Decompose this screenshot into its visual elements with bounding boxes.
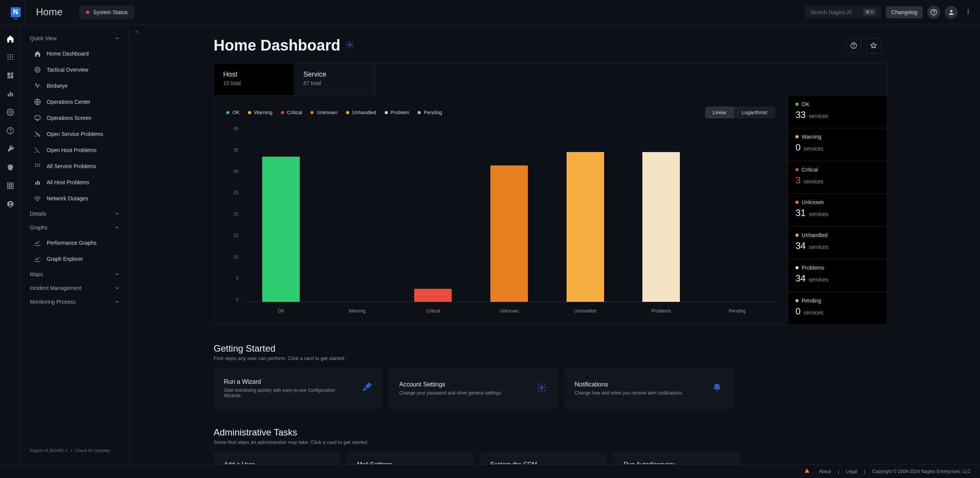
system-status-pill[interactable]: System Status xyxy=(79,5,134,19)
logo[interactable]: N xyxy=(6,0,25,24)
resize-arrow-icon[interactable] xyxy=(134,29,140,37)
legend-item[interactable]: Warning xyxy=(248,110,273,115)
dashboard-star-button[interactable] xyxy=(866,38,881,53)
search-input[interactable]: Search Nagios XI ⌘ K xyxy=(805,6,881,18)
footer-legal[interactable]: Legal xyxy=(846,469,857,474)
stat-card[interactable]: Unhandled34services xyxy=(788,227,887,259)
svg-point-3 xyxy=(968,9,969,10)
legend-item[interactable]: Unknown xyxy=(310,110,337,115)
sidebar-item[interactable]: Network Outages xyxy=(24,191,125,206)
tab-host[interactable]: Host 10 total xyxy=(214,64,294,95)
legend-item[interactable]: Unhandled xyxy=(346,110,376,115)
sidebar-item[interactable]: Operations Center xyxy=(24,94,125,110)
search-kbd: ⌘ K xyxy=(863,9,876,15)
svg-rect-21 xyxy=(11,93,13,97)
more-menu-icon[interactable] xyxy=(962,8,974,16)
check-updates-link[interactable]: Check for Updates xyxy=(75,448,110,453)
svg-rect-18 xyxy=(7,77,10,79)
sidebar: Quick View Home DashboardTactical Overvi… xyxy=(21,25,129,464)
rail-reports-icon[interactable] xyxy=(5,89,15,99)
svg-point-22 xyxy=(9,111,11,113)
rail-apps-icon[interactable] xyxy=(5,52,15,62)
getting-started-card[interactable]: Run a WizardStart monitoring quickly wit… xyxy=(214,368,382,409)
section-monitoring[interactable]: Monitoring Process xyxy=(21,295,129,309)
bar[interactable] xyxy=(247,157,316,302)
scale-linear[interactable]: Linear xyxy=(705,106,734,118)
section-maps[interactable]: Maps xyxy=(21,267,129,281)
rail-wrench-icon[interactable] xyxy=(5,144,15,154)
svg-point-4 xyxy=(968,11,969,12)
admin-task-card[interactable]: Explore the CCM xyxy=(480,452,606,464)
svg-rect-31 xyxy=(35,116,40,120)
section-details[interactable]: Details xyxy=(21,207,129,221)
sidebar-item[interactable]: Open Service Problems xyxy=(24,126,125,142)
sidebar-item[interactable]: Open Host Problems xyxy=(24,142,125,158)
sidebar-item[interactable]: Performance Graphs xyxy=(24,235,125,250)
legend-item[interactable]: Pending xyxy=(418,110,442,115)
stat-dot-icon xyxy=(795,201,799,204)
svg-point-2 xyxy=(950,10,952,12)
rail-help-icon[interactable] xyxy=(5,126,15,136)
stat-card[interactable]: Pending0services xyxy=(788,292,887,324)
getting-started-card[interactable]: NotificationsChange how and when you rec… xyxy=(564,368,733,409)
stat-card[interactable]: Problems34services xyxy=(788,259,887,292)
admin-task-card[interactable]: Mail Settings xyxy=(347,452,473,464)
bar[interactable] xyxy=(550,152,620,302)
section-incident[interactable]: Incident Management xyxy=(21,281,129,295)
rail-shield-icon[interactable] xyxy=(5,162,15,172)
rail-gear-icon[interactable] xyxy=(5,107,15,117)
bar[interactable] xyxy=(627,152,696,302)
svg-rect-42 xyxy=(39,182,40,185)
svg-point-12 xyxy=(7,59,8,60)
bar[interactable] xyxy=(475,165,544,302)
svg-point-1 xyxy=(934,13,934,14)
sidebar-item-icon xyxy=(34,114,41,122)
bar[interactable] xyxy=(399,289,468,302)
admin-task-card[interactable]: Add a User xyxy=(214,452,340,464)
section-quick-view[interactable]: Quick View xyxy=(21,31,129,45)
footer-about[interactable]: About xyxy=(819,469,831,474)
getting-started-sub: First steps any user can perform. Click … xyxy=(214,355,887,361)
rail-dashboard-icon[interactable] xyxy=(5,70,15,80)
getting-started-title: Getting Started xyxy=(214,343,887,354)
sidebar-item[interactable]: Home Dashboard xyxy=(24,46,125,61)
getting-started-card[interactable]: Account SettingsChange your password and… xyxy=(389,368,557,409)
svg-point-27 xyxy=(9,202,11,204)
icon-rail xyxy=(0,25,21,464)
footer-warning-icon[interactable] xyxy=(804,468,810,475)
dashboard-gear-icon[interactable] xyxy=(346,41,354,51)
sidebar-item[interactable]: Tactical Overview xyxy=(24,62,125,77)
scale-log[interactable]: Logarithmic xyxy=(734,106,775,118)
user-avatar-icon[interactable] xyxy=(945,6,958,19)
sidebar-item[interactable]: Birdseye xyxy=(24,78,125,93)
search-placeholder: Search Nagios XI xyxy=(810,9,852,15)
svg-point-24 xyxy=(10,132,10,133)
sidebar-item[interactable]: Graph Explorer xyxy=(24,251,125,267)
dashboard-help-button[interactable] xyxy=(846,38,861,53)
legend-item[interactable]: Problem xyxy=(385,110,409,115)
svg-rect-40 xyxy=(35,182,36,185)
changelog-button[interactable]: Changelog xyxy=(886,6,923,18)
stat-card[interactable]: OK33services xyxy=(788,96,887,128)
stat-card[interactable]: Critical3services xyxy=(788,161,887,194)
rail-account-icon[interactable] xyxy=(5,199,15,209)
svg-point-10 xyxy=(10,56,11,57)
tab-service[interactable]: Service 67 total xyxy=(294,64,375,95)
section-graphs[interactable]: Graphs xyxy=(21,221,129,234)
svg-rect-19 xyxy=(8,94,9,97)
stat-dot-icon xyxy=(795,135,799,138)
sidebar-item[interactable]: Operations Screen xyxy=(24,110,125,126)
svg-point-35 xyxy=(37,164,38,165)
footer: About| Legal| Copyright © 2008-2024 Nagi… xyxy=(0,464,980,478)
legend-item[interactable]: Critical xyxy=(281,110,302,115)
stat-card[interactable]: Unknown31services xyxy=(788,194,887,226)
sidebar-item[interactable]: All Host Problems xyxy=(24,175,125,190)
legend-item[interactable]: OK xyxy=(226,110,240,115)
rail-home-icon[interactable] xyxy=(5,34,15,44)
svg-point-7 xyxy=(10,54,11,56)
sidebar-item[interactable]: All Service Problems xyxy=(24,159,125,174)
admin-task-card[interactable]: Run Autodiscovery xyxy=(613,452,740,464)
stat-card[interactable]: Warning0services xyxy=(788,128,887,161)
help-icon[interactable] xyxy=(927,6,940,19)
rail-enterprise-icon[interactable] xyxy=(5,181,15,191)
